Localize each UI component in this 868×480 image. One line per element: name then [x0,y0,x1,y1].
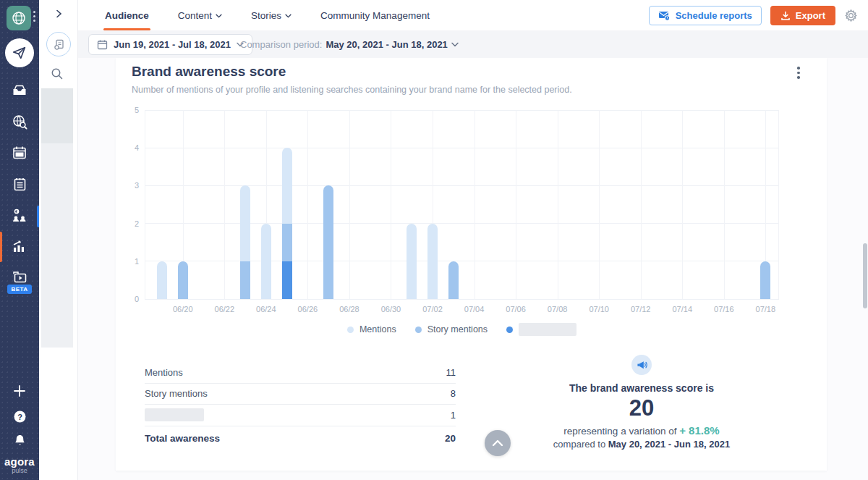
comparison-period-picker[interactable]: Comparison period: May 20, 2021 - Jun 18… [240,30,459,58]
report-profile-button[interactable] [46,32,71,56]
bell-icon [13,434,27,447]
bar-segment-06/24[interactable] [261,224,271,299]
card-subtitle: Number of mentions of your profile and l… [132,85,572,95]
compared-range: May 20, 2021 - Jun 18, 2021 [608,439,730,450]
bar-segment-06/27[interactable] [323,185,333,299]
sidebar-item-listening[interactable] [0,107,39,136]
sidebar-item-calendar[interactable] [0,138,39,167]
sidebar-item-inbox[interactable] [0,76,39,105]
tab-stories[interactable]: Stories [251,0,292,30]
sidebar-item-add[interactable] [0,376,39,405]
tab-content[interactable]: Content [178,0,222,30]
page-scrollbar-thumb[interactable] [863,243,867,308]
sidebar-item-reports[interactable] [0,232,39,261]
row-value: 8 [451,388,456,399]
tab-label: Content [178,10,212,21]
gridline [475,110,475,299]
date-range-picker[interactable]: Jun 19, 2021 - Jul 18, 2021 [88,34,252,55]
expand-rail-button[interactable] [49,6,68,22]
tab-label: Stories [251,10,281,21]
compared-line: compared to May 20, 2021 - Jun 18, 2021 [522,439,761,450]
row-value: 11 [446,367,456,378]
schedule-mail-icon [658,10,671,21]
gridline [391,110,391,299]
awareness-table: Mentions11Story mentions81Total awarenes… [145,362,456,450]
card-menu-button[interactable] [793,67,804,81]
y-axis-label: 5 [127,106,139,114]
help-icon: ? [13,410,27,424]
y-axis-label: 3 [127,181,139,190]
gridline [145,110,145,299]
export-button[interactable]: Export [770,6,835,25]
x-axis-label: 07/02 [417,305,448,313]
legend-item[interactable]: Story mentions [415,324,488,334]
comparison-label: Comparison period: [240,39,322,50]
gridline [224,110,225,299]
megaphone-badge [631,355,652,375]
sidebar-item-notifications[interactable] [0,426,39,455]
bar-segment-06/25[interactable] [282,261,292,299]
legend-item[interactable] [506,323,576,336]
bar-segment-06/23[interactable] [240,185,250,261]
bar-segment-06/19[interactable] [157,261,167,299]
bar-segment-07/01[interactable] [407,224,417,299]
schedule-reports-label: Schedule reports [676,10,752,21]
x-axis-label: 07/08 [542,305,574,313]
total-label: Total awareness [145,433,220,444]
calendar-icon [12,145,27,161]
legend-dot-icon [347,327,354,333]
x-axis-label: 06/26 [292,305,323,313]
gridline [558,110,558,299]
bar-segment-07/18[interactable] [760,261,770,299]
tab-audience[interactable]: Audience [105,0,149,30]
settings-gear-button[interactable] [844,9,858,22]
active-section-indicator [0,232,2,262]
agorapulse-avatar[interactable] [5,38,34,67]
chevron-up-icon [492,439,503,447]
row-value: 1 [451,410,456,421]
gridline [145,148,779,148]
schedule-reports-button[interactable]: Schedule reports [649,6,762,25]
gridline [682,110,683,299]
score-value: 20 [522,395,761,421]
sidebar-item-community[interactable] [0,201,39,230]
workspace-menu-icon[interactable] [32,11,36,25]
legend-label: Story mentions [427,324,488,334]
bar-segment-06/20[interactable] [178,261,188,299]
chevron-down-icon [216,14,222,18]
card-title: Brand awareness score [132,64,286,80]
sidebar-item-queue[interactable] [0,169,39,198]
legend-item[interactable]: Mentions [347,324,396,334]
x-axis-label: 06/28 [333,305,365,313]
bar-segment-07/02[interactable] [427,224,438,299]
app-sidebar: BETA ? agora pulse [0,0,39,480]
megaphone-icon [637,360,647,370]
workspace-logo[interactable] [7,6,31,30]
gridline [145,110,779,111]
gridline [641,110,642,299]
people-icon [11,206,28,224]
bar-segment-07/03[interactable] [448,261,459,299]
tab-community-management[interactable]: Community Management [320,0,430,30]
gridline [145,185,779,186]
gridline [516,110,516,299]
x-axis-label: 07/10 [583,305,615,313]
x-axis-label: 06/24 [250,305,282,313]
x-axis-label: 07/04 [459,305,490,313]
y-axis-label: 0 [127,295,139,303]
community-notification-indicator [37,206,39,227]
bar-segment-06/25[interactable] [282,148,292,223]
legend-dot-icon [415,327,422,333]
brand-awareness-chart: 01234506/2006/2206/2406/2606/2806/3007/0… [145,110,779,299]
scroll-to-top-button[interactable] [485,430,511,456]
date-range-value: Jun 19, 2021 - Jul 18, 2021 [114,39,231,50]
profile-list-placeholder [41,88,73,143]
gridline [307,110,308,299]
search-profiles-button[interactable] [51,67,67,83]
comparison-value: May 20, 2021 - Jun 18, 2021 [326,39,447,50]
bar-segment-06/23[interactable] [240,261,250,299]
score-sentence: The brand awareness score is [522,382,761,394]
bar-segment-06/25[interactable] [282,224,292,261]
chart-legend: MentionsStory mentions [145,323,779,336]
table-row: 1 [145,405,456,426]
